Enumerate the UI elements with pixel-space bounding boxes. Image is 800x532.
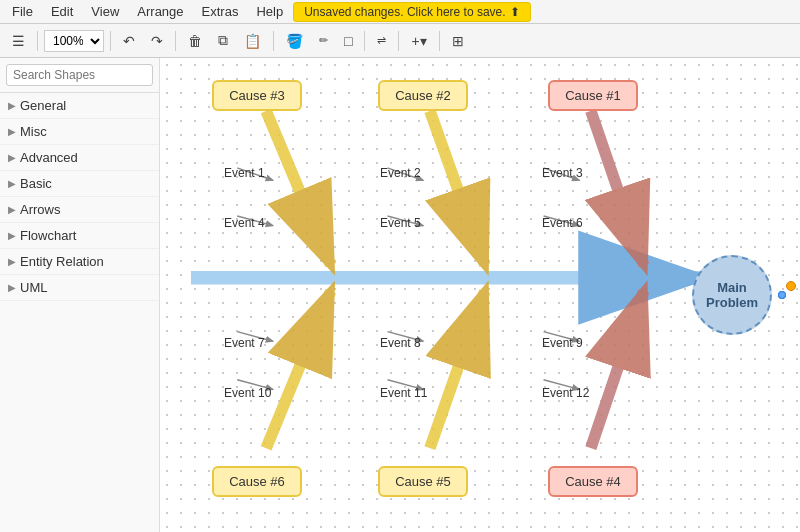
- undo-button[interactable]: ↶: [117, 29, 141, 53]
- sidebar-item-flowchart[interactable]: ▶ Flowchart: [0, 223, 159, 249]
- cause-4-box[interactable]: Cause #4: [548, 466, 638, 497]
- menu-extras[interactable]: Extras: [194, 2, 247, 21]
- sidebar-item-uml-label: UML: [20, 280, 47, 295]
- sidebar-item-basic[interactable]: ▶ Basic: [0, 171, 159, 197]
- chevron-right-icon: ▶: [8, 152, 16, 163]
- chevron-right-icon: ▶: [8, 178, 16, 189]
- menu-arrange[interactable]: Arrange: [129, 2, 191, 21]
- event-1-label: Event 1: [224, 166, 265, 180]
- search-input[interactable]: [6, 64, 153, 86]
- zoom-select[interactable]: 100%75%125%150%: [44, 30, 104, 52]
- sidebar-item-advanced-label: Advanced: [20, 150, 78, 165]
- menu-edit[interactable]: Edit: [43, 2, 81, 21]
- sidebar-item-general[interactable]: ▶ General: [0, 93, 159, 119]
- handle-right[interactable]: [778, 291, 786, 299]
- line-color-button[interactable]: ✏: [313, 30, 334, 51]
- chevron-right-icon: ▶: [8, 100, 16, 111]
- rotate-handle[interactable]: [786, 281, 796, 291]
- sidebar-item-misc-label: Misc: [20, 124, 47, 139]
- cause-1-label: Cause #1: [565, 88, 621, 103]
- event-4-label: Event 4: [224, 216, 265, 230]
- sep-5: [364, 31, 365, 51]
- sidebar-item-basic-label: Basic: [20, 176, 52, 191]
- cause-3-label: Cause #3: [229, 88, 285, 103]
- sidebar-item-uml[interactable]: ▶ UML: [0, 275, 159, 301]
- event-5-label: Event 5: [380, 216, 421, 230]
- main-problem-label: MainProblem: [706, 280, 758, 310]
- chevron-right-icon: ▶: [8, 282, 16, 293]
- table-button[interactable]: ⊞: [446, 29, 470, 53]
- sidebar-item-arrows[interactable]: ▶ Arrows: [0, 197, 159, 223]
- sidebar-item-entity-relation[interactable]: ▶ Entity Relation: [0, 249, 159, 275]
- main-problem-shape[interactable]: MainProblem: [692, 255, 772, 335]
- cause-6-label: Cause #6: [229, 474, 285, 489]
- sidebar-item-arrows-label: Arrows: [20, 202, 60, 217]
- event-2-label: Event 2: [380, 166, 421, 180]
- sep-7: [439, 31, 440, 51]
- svg-line-9: [430, 291, 485, 448]
- redo-button[interactable]: ↷: [145, 29, 169, 53]
- sidebar-items: ▶ General ▶ Misc ▶ Advanced ▶ Basic ▶ Ar…: [0, 93, 159, 532]
- save-icon: ⬆: [510, 5, 520, 19]
- svg-line-10: [591, 291, 644, 448]
- cause-6-box[interactable]: Cause #6: [212, 466, 302, 497]
- sep-2: [110, 31, 111, 51]
- insert-button[interactable]: +▾: [405, 29, 432, 53]
- paste-button[interactable]: 📋: [238, 29, 267, 53]
- canvas[interactable]: Cause #3 Cause #2 Cause #1 Cause #6 Caus…: [160, 58, 800, 532]
- main-area: ▶ General ▶ Misc ▶ Advanced ▶ Basic ▶ Ar…: [0, 58, 800, 532]
- toolbar: ☰ 100%75%125%150% ↶ ↷ 🗑 ⧉ 📋 🪣 ✏ □ ⇌ +▾ ⊞: [0, 24, 800, 58]
- unsaved-banner[interactable]: Unsaved changes. Click here to save. ⬆: [293, 2, 530, 22]
- menu-file[interactable]: File: [4, 2, 41, 21]
- chevron-right-icon: ▶: [8, 256, 16, 267]
- sidebar-item-flowchart-label: Flowchart: [20, 228, 76, 243]
- cause-1-box[interactable]: Cause #1: [548, 80, 638, 111]
- menu-help[interactable]: Help: [248, 2, 291, 21]
- event-9-label: Event 9: [542, 336, 583, 350]
- page-button[interactable]: ☰: [6, 29, 31, 53]
- svg-line-7: [591, 111, 644, 265]
- sep-4: [273, 31, 274, 51]
- sidebar-item-misc[interactable]: ▶ Misc: [0, 119, 159, 145]
- search-box: [0, 58, 159, 93]
- event-10-label: Event 10: [224, 386, 271, 400]
- svg-line-6: [430, 111, 485, 265]
- sidebar-item-er-label: Entity Relation: [20, 254, 104, 269]
- event-3-label: Event 3: [542, 166, 583, 180]
- sep-3: [175, 31, 176, 51]
- cause-5-label: Cause #5: [395, 474, 451, 489]
- delete-button[interactable]: 🗑: [182, 29, 208, 53]
- copy-button[interactable]: ⧉: [212, 28, 234, 53]
- menu-bar: File Edit View Arrange Extras Help Unsav…: [0, 0, 800, 24]
- event-8-label: Event 8: [380, 336, 421, 350]
- chevron-right-icon: ▶: [8, 126, 16, 137]
- event-12-label: Event 12: [542, 386, 589, 400]
- sidebar-item-advanced[interactable]: ▶ Advanced: [0, 145, 159, 171]
- event-6-label: Event 6: [542, 216, 583, 230]
- cause-2-box[interactable]: Cause #2: [378, 80, 468, 111]
- menu-view[interactable]: View: [83, 2, 127, 21]
- fill-color-button[interactable]: 🪣: [280, 29, 309, 53]
- unsaved-text: Unsaved changes. Click here to save.: [304, 5, 505, 19]
- chevron-right-icon: ▶: [8, 230, 16, 241]
- cause-3-box[interactable]: Cause #3: [212, 80, 302, 111]
- chevron-right-icon: ▶: [8, 204, 16, 215]
- cause-4-label: Cause #4: [565, 474, 621, 489]
- sidebar-item-general-label: General: [20, 98, 66, 113]
- sidebar: ▶ General ▶ Misc ▶ Advanced ▶ Basic ▶ Ar…: [0, 58, 160, 532]
- shape-button[interactable]: □: [338, 29, 358, 53]
- event-11-label: Event 11: [380, 386, 427, 400]
- sep-1: [37, 31, 38, 51]
- cause-2-label: Cause #2: [395, 88, 451, 103]
- cause-5-box[interactable]: Cause #5: [378, 466, 468, 497]
- svg-line-5: [266, 111, 331, 265]
- sep-6: [398, 31, 399, 51]
- svg-line-8: [266, 291, 331, 448]
- event-7-label: Event 7: [224, 336, 265, 350]
- connection-button[interactable]: ⇌: [371, 30, 392, 51]
